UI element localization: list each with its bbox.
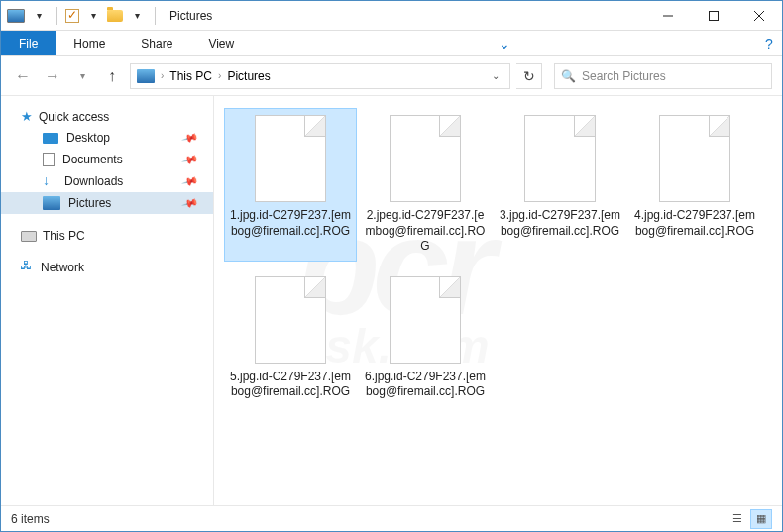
- file-icon: [390, 276, 461, 364]
- address-bar[interactable]: › This PC › Pictures ⌄: [130, 63, 510, 89]
- file-name: 1.jpg.id-C279F237.[embog@firemail.cc].RO…: [229, 208, 352, 239]
- file-item[interactable]: 4.jpg.id-C279F237.[embog@firemail.cc].RO…: [628, 108, 761, 262]
- network-icon: [21, 261, 35, 274]
- item-count: 6 items: [11, 512, 50, 526]
- help-icon[interactable]: ?: [756, 31, 782, 55]
- file-item[interactable]: 3.jpg.id-C279F237.[embog@firemail.cc].RO…: [494, 108, 626, 262]
- file-icon: [255, 276, 326, 364]
- ribbon: File Home Share View ⌄ ?: [1, 31, 782, 56]
- sidebar-item-desktop[interactable]: Desktop 📌: [1, 127, 213, 149]
- separator: [56, 7, 57, 25]
- tab-share[interactable]: Share: [123, 31, 190, 55]
- qat-dropdown-icon[interactable]: ▾: [127, 6, 147, 26]
- window-controls: [645, 1, 782, 30]
- pin-icon: 📌: [181, 172, 200, 190]
- download-icon: [43, 174, 56, 188]
- titlebar: ▾ ▾ ▾ Pictures: [1, 1, 782, 31]
- back-button[interactable]: ←: [11, 64, 35, 88]
- recent-dropdown-icon[interactable]: ▾: [70, 64, 94, 88]
- this-pc-header[interactable]: This PC: [1, 226, 213, 246]
- file-list[interactable]: 1.jpg.id-C279F237.[embog@firemail.cc].RO…: [214, 96, 782, 505]
- chevron-right-icon[interactable]: ›: [161, 70, 164, 81]
- explorer-window: pcr risk.com ▾ ▾ ▾ Pictures File Home Sh…: [0, 0, 783, 532]
- tab-home[interactable]: Home: [56, 31, 123, 55]
- properties-icon[interactable]: [65, 9, 79, 23]
- new-folder-icon[interactable]: [107, 10, 123, 22]
- status-bar: 6 items ☰ ▦: [1, 505, 782, 531]
- sidebar-item-pictures[interactable]: Pictures 📌: [1, 192, 213, 214]
- file-name: 4.jpg.id-C279F237.[embog@firemail.cc].RO…: [633, 208, 756, 239]
- sidebar-item-label: Pictures: [68, 196, 111, 210]
- breadcrumb-this-pc[interactable]: This PC: [169, 69, 212, 83]
- sidebar-item-label: Desktop: [66, 131, 110, 145]
- qat-dropdown-icon[interactable]: ▾: [83, 6, 103, 26]
- network-label: Network: [41, 261, 84, 274]
- desktop-icon: [43, 133, 58, 144]
- network-header[interactable]: Network: [1, 258, 213, 277]
- file-name: 3.jpg.id-C279F237.[embog@firemail.cc].RO…: [499, 208, 621, 239]
- window-title: Pictures: [169, 9, 212, 23]
- file-name: 2.jpeg.id-C279F237.[embog@firemail.cc].R…: [364, 208, 487, 255]
- file-icon: [255, 115, 326, 202]
- pc-icon: [21, 231, 37, 242]
- search-icon: 🔍: [561, 69, 576, 83]
- view-toggles: ☰ ▦: [727, 509, 772, 529]
- details-view-button[interactable]: ☰: [727, 509, 748, 529]
- tab-view[interactable]: View: [190, 31, 252, 55]
- star-icon: ★: [21, 109, 33, 124]
- forward-button[interactable]: →: [41, 64, 64, 88]
- app-icon: [7, 9, 25, 23]
- file-icon: [524, 115, 596, 202]
- search-input[interactable]: 🔍 Search Pictures: [554, 63, 772, 89]
- quick-access-toolbar: ▾ ▾ ▾: [7, 6, 160, 26]
- sidebar-item-documents[interactable]: Documents 📌: [1, 149, 213, 170]
- ribbon-expand-icon[interactable]: ⌄: [492, 31, 517, 55]
- navigation-bar: ← → ▾ ↑ › This PC › Pictures ⌄ ↻ 🔍 Searc…: [1, 56, 782, 96]
- breadcrumb-pictures[interactable]: Pictures: [227, 69, 270, 83]
- minimize-button[interactable]: [645, 1, 691, 30]
- up-button[interactable]: ↑: [100, 64, 124, 88]
- maximize-button[interactable]: [691, 1, 736, 30]
- file-tab[interactable]: File: [1, 31, 56, 55]
- file-item[interactable]: 5.jpg.id-C279F237.[embog@firemail.cc].RO…: [224, 269, 357, 407]
- sidebar-item-downloads[interactable]: Downloads 📌: [1, 170, 213, 192]
- thumbnails-view-button[interactable]: ▦: [750, 509, 772, 529]
- pin-icon: 📌: [181, 151, 200, 168]
- svg-rect-1: [710, 11, 719, 20]
- pictures-icon: [43, 196, 60, 210]
- this-pc-label: This PC: [43, 229, 85, 243]
- document-icon: [43, 153, 55, 166]
- file-item[interactable]: 2.jpeg.id-C279F237.[embog@firemail.cc].R…: [359, 108, 492, 262]
- file-name: 5.jpg.id-C279F237.[embog@firemail.cc].RO…: [229, 370, 352, 400]
- file-icon: [659, 115, 730, 202]
- quick-access-header[interactable]: ★ Quick access: [1, 106, 213, 127]
- quick-access-label: Quick access: [39, 110, 109, 124]
- file-item[interactable]: 6.jpg.id-C279F237.[embog@firemail.cc].RO…: [359, 269, 492, 407]
- navigation-pane: ★ Quick access Desktop 📌 Documents 📌 Dow…: [1, 96, 214, 505]
- refresh-button[interactable]: ↻: [516, 63, 542, 89]
- search-placeholder: Search Pictures: [582, 69, 666, 83]
- address-dropdown-icon[interactable]: ⌄: [488, 70, 503, 81]
- close-button[interactable]: [736, 1, 782, 30]
- qat-dropdown-icon[interactable]: ▾: [29, 6, 49, 26]
- separator: [155, 7, 156, 25]
- file-name: 6.jpg.id-C279F237.[embog@firemail.cc].RO…: [364, 370, 487, 400]
- sidebar-item-label: Documents: [62, 153, 123, 166]
- pin-icon: 📌: [181, 129, 200, 147]
- location-icon: [137, 69, 155, 83]
- pin-icon: 📌: [181, 194, 200, 212]
- file-icon: [390, 115, 461, 202]
- file-item[interactable]: 1.jpg.id-C279F237.[embog@firemail.cc].RO…: [224, 108, 357, 262]
- sidebar-item-label: Downloads: [64, 174, 123, 188]
- chevron-right-icon[interactable]: ›: [218, 70, 221, 81]
- content-area: ★ Quick access Desktop 📌 Documents 📌 Dow…: [1, 96, 782, 505]
